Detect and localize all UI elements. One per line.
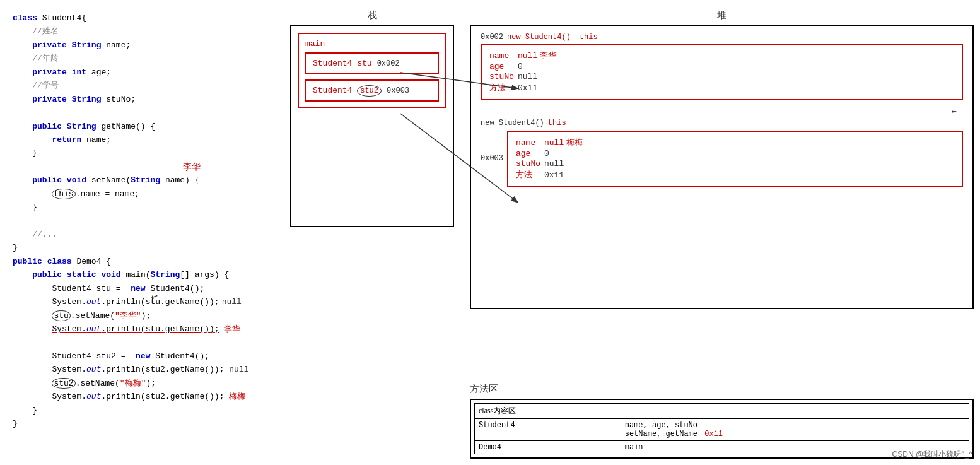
heap-method-container: 堆 0x002 new Student4() this name (470, 9, 974, 459)
stu-frame: Student4 stu 0x002 (305, 52, 439, 74)
code-line: public String getName() { (13, 120, 271, 133)
student4-fields: name, age, stuNo (625, 421, 965, 430)
stu2-addr: 0x003 (387, 86, 409, 95)
code-line (13, 106, 271, 119)
code-line: //姓名 (13, 25, 271, 38)
heap-obj1-age-label: age (489, 62, 518, 71)
code-line (13, 336, 271, 350)
lihua-annotation: 李华 (183, 160, 201, 174)
method-table: class内容区 Student4 name, age, stuNo setNa… (474, 403, 969, 454)
heap-obj1-age-val: 0 (518, 62, 523, 71)
code-line: public static void main(String[] args) { (13, 268, 271, 281)
page-container: class Student4{ //姓名 private String name… (0, 0, 980, 465)
heap-obj1-stuno-label: stuNo (489, 72, 518, 81)
code-line: } (13, 146, 271, 160)
lihua-result: 李华 (224, 324, 240, 334)
code-line: System.out.println(stu.getName()); 李华 (13, 322, 271, 336)
stack-title: 栈 (368, 9, 377, 21)
heap-obj1-stuno-row: stuNo null (489, 72, 954, 81)
heap-obj1-this: this (580, 33, 598, 42)
stu-type: Student4 stu (313, 59, 372, 68)
stack-section: 栈 main Student4 stu 0x002 Stu (284, 9, 460, 459)
stu-addr: 0x002 (377, 59, 400, 68)
class-content-header: class内容区 (475, 404, 969, 419)
stu-circled: stu (52, 310, 70, 322)
code-line: System.out.println(stu2.getName()); 梅梅 (13, 390, 271, 403)
heap-obj1-name-row: name null 李华 (489, 50, 954, 61)
code-line: //学号 (13, 79, 271, 92)
code-line: private String stuNo; (13, 93, 271, 106)
stu2-type: Student4 stu2 (313, 86, 382, 95)
heap-obj2-stuno-label: stuNo (516, 159, 544, 168)
heap-obj2-age-val: 0 (544, 149, 549, 158)
heap-obj2-age-row: age 0 (516, 149, 954, 158)
code-line: public class Demo4 { (13, 255, 271, 268)
heap-obj2-name-label: name (516, 138, 544, 148)
heap-obj1-method-label: 方法： (489, 82, 518, 93)
code-line: } (13, 201, 271, 214)
heap-obj2-this: this (548, 119, 566, 127)
stu2-frame: Student4 stu2 0x003 (305, 79, 439, 102)
code-line: return name; (13, 133, 271, 146)
stack-box: main Student4 stu 0x002 Student4 stu2 0x… (290, 25, 454, 227)
code-line: System.out.println(stu.getName());null (13, 295, 271, 309)
heap-title: 堆 (717, 9, 726, 21)
heap-object-1: 0x002 new Student4() this name null 李华 (481, 33, 963, 100)
code-line: } (13, 417, 271, 430)
main-frame: main Student4 stu 0x002 Student4 stu2 0x… (298, 33, 446, 108)
main-frame-label: main (305, 39, 439, 49)
demo4-label-cell: Demo4 (475, 441, 621, 454)
heap-obj2-header: new Student4() this (481, 119, 963, 127)
heap-obj2-box: name null 梅梅 age 0 stuNo (507, 131, 963, 187)
code-line: private String name; (13, 38, 271, 52)
heap-obj1-name-val: 李华 (540, 50, 556, 61)
null-annotation1: null (222, 297, 242, 307)
heap-obj2-method-row: 方法 0x11 (516, 169, 954, 180)
this-circled: this (52, 189, 75, 200)
stu2-circled: stu2 (52, 378, 75, 389)
heap-obj1-method-row: 方法： 0x11 (489, 82, 954, 93)
heap-section: 堆 0x002 new Student4() this name (470, 9, 974, 370)
code-line: public void setName(String name) { (13, 174, 271, 187)
heap-obj1-age-row: age 0 (489, 62, 954, 71)
heap-object-2: new Student4() this 0x003 name null 梅梅 (481, 119, 963, 187)
null-annotation2: null (229, 365, 248, 374)
heap-obj1-new: new Student4() (507, 33, 571, 42)
code-panel: class Student4{ //姓名 private String name… (6, 6, 277, 459)
code-line: Student4 stu2 = new Student4(); (13, 350, 271, 363)
heap-obj1-addr: 0x002 (481, 33, 503, 42)
heap-obj2-name-val: 梅梅 (566, 137, 583, 148)
stu-frame-content: Student4 stu 0x002 (313, 59, 431, 68)
code-line: this.name = name; (13, 187, 271, 201)
heap-obj2-name-row: name null 梅梅 (516, 137, 954, 148)
method-area-section: 方法区 class内容区 Student4 name, age, stuNo s… (470, 383, 974, 459)
code-line: //年龄 (13, 52, 271, 65)
heap-obj1-name-label: name (489, 51, 518, 61)
heap-obj1-box: name null 李华 age 0 stuNo null (481, 44, 963, 100)
heap-obj1-header: 0x002 new Student4() this (481, 33, 963, 42)
code-line (13, 160, 271, 174)
code-line: } (13, 241, 271, 254)
code-line: System.out.println(stu2.getName()); null (13, 363, 271, 376)
heap-obj2-name-strike: null (544, 138, 564, 148)
code-line: stu.setName("李华"); (13, 309, 271, 322)
heap-obj2-method-label: 方法 (516, 169, 544, 180)
diagram-area: 栈 main Student4 stu 0x002 Stu (284, 6, 974, 459)
watermark: CSDN @我叫小魏呀^_^ (892, 449, 972, 460)
heap-obj2-age-label: age (516, 149, 544, 158)
heap-box: 0x002 new Student4() this name null 李华 (470, 25, 974, 309)
student4-methods: setName, getName 0x11 (625, 430, 965, 439)
code-line: class Student4{ (13, 11, 271, 25)
code-line: private int age; (13, 66, 271, 79)
code-line: Student4 stu = new Student4(); (13, 282, 271, 295)
heap-obj1-method-val: 0x11 (518, 83, 537, 93)
heap-obj2-stuno-val: null (544, 159, 564, 168)
heap-obj2-new: new Student4() (481, 119, 544, 127)
heap-obj2-addr: 0x003 (481, 154, 503, 163)
student4-fields-cell: name, age, stuNo setName, getName 0x11 (621, 419, 969, 441)
heap-obj2-method-val: 0x11 (544, 170, 564, 180)
heap-obj1-name-strike: null (518, 51, 537, 61)
code-line: //... (13, 228, 271, 241)
heap-down-arrow: ⬅ (487, 107, 957, 117)
code-line: } (13, 404, 271, 417)
